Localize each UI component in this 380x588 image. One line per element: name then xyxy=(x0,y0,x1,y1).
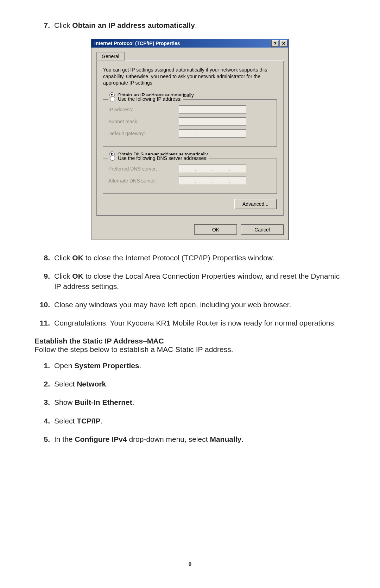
preferred-dns-input[interactable]: ... xyxy=(179,165,246,173)
ip-fields: IP address: ... Subnet mask: ... Default… xyxy=(108,105,272,138)
dialog-figure: Internet Protocol (TCP/IP) Properties ? … xyxy=(34,39,346,240)
step-body: Open System Properties. xyxy=(54,361,346,371)
step-text: . xyxy=(139,361,141,370)
step-body: Congratulations. Your Kyocera KR1 Mobile… xyxy=(54,318,346,328)
dns-fields: Preferred DNS server: ... Alternate DNS … xyxy=(108,165,272,185)
field-label: IP address: xyxy=(108,107,179,112)
step-text: Congratulations. Your Kyocera KR1 Mobile… xyxy=(54,319,336,327)
tab-general-panel: You can get IP settings assigned automat… xyxy=(96,61,284,216)
group-use-ip: Use the following IP address: IP address… xyxy=(103,99,277,147)
instructions-mac: 1. Open System Properties. 2. Select Net… xyxy=(34,361,346,445)
step-text: Click xyxy=(54,21,72,29)
step-bold: OK xyxy=(72,254,83,262)
help-button[interactable]: ? xyxy=(271,40,279,47)
group-use-dns: Use the following DNS server addresses: … xyxy=(103,159,277,194)
titlebar: Internet Protocol (TCP/IP) Properties ? … xyxy=(91,39,289,48)
step-text: Open xyxy=(54,361,74,370)
step-number: 11. xyxy=(34,318,54,328)
default-gateway-input[interactable]: ... xyxy=(179,129,246,138)
field-ip-address: IP address: ... xyxy=(108,105,272,114)
step-number: 3. xyxy=(34,397,54,407)
step-text: Click xyxy=(54,272,72,280)
radio-use-ip[interactable]: Use the following IP address: xyxy=(108,96,183,102)
mac-step-5: 5. In the Configure IPv4 drop-down menu,… xyxy=(34,434,346,444)
advanced-row: Advanced... xyxy=(103,199,277,209)
step-body: In the Configure IPv4 drop-down menu, se… xyxy=(54,434,346,444)
ip-address-input[interactable]: ... xyxy=(179,105,246,114)
mac-step-4: 4. Select TCP/IP. xyxy=(34,416,346,426)
step-10: 10. Close any windows you may have left … xyxy=(34,300,346,310)
radio-label: Use the following DNS server addresses: xyxy=(118,155,208,161)
step-text: Close any windows you may have left open… xyxy=(54,301,291,309)
step-9: 9. Click OK to close the Local Area Conn… xyxy=(34,271,346,291)
dialog-footer: OK Cancel xyxy=(91,221,289,240)
step-body: Show Built-In Ethernet. xyxy=(54,397,346,407)
field-preferred-dns: Preferred DNS server: ... xyxy=(108,165,272,173)
instructions-top: 7. Click Obtain an IP address automatica… xyxy=(34,20,346,30)
window-title: Internet Protocol (TCP/IP) Properties xyxy=(94,41,271,46)
radio-use-dns[interactable]: Use the following DNS server addresses: xyxy=(108,155,209,161)
step-text: Select xyxy=(54,380,77,388)
cancel-button[interactable]: Cancel xyxy=(241,224,284,235)
step-text: In the xyxy=(54,435,75,443)
step-body: Click Obtain an IP address automatically… xyxy=(54,20,346,30)
step-bold: Configure IPv4 xyxy=(75,435,127,443)
instructions-mid: 8. Click OK to close the Internet Protoc… xyxy=(34,253,346,328)
step-body: Select TCP/IP. xyxy=(54,416,346,426)
step-number: 4. xyxy=(34,416,54,426)
field-alternate-dns: Alternate DNS server: ... xyxy=(108,177,272,185)
step-bold: TCP/IP xyxy=(77,417,101,425)
step-text: . xyxy=(106,380,108,388)
step-11: 11. Congratulations. Your Kyocera KR1 Mo… xyxy=(34,318,346,328)
mac-section-heading: Establish the Static IP Address–MAC xyxy=(34,337,346,345)
step-number: 7. xyxy=(34,20,54,30)
step-text: Show xyxy=(54,398,75,406)
tcpip-properties-dialog: Internet Protocol (TCP/IP) Properties ? … xyxy=(91,39,289,240)
step-text: Click xyxy=(54,254,72,262)
step-8: 8. Click OK to close the Internet Protoc… xyxy=(34,253,346,263)
step-bold: Obtain an IP address automatically xyxy=(72,21,195,29)
step-body: Click OK to close the Local Area Connect… xyxy=(54,271,346,291)
step-text: . xyxy=(241,435,243,443)
close-button[interactable]: ✕ xyxy=(280,40,287,47)
field-subnet-mask: Subnet mask: ... xyxy=(108,117,272,126)
step-number: 8. xyxy=(34,253,54,263)
radio-icon xyxy=(110,155,115,161)
subnet-mask-input[interactable]: ... xyxy=(179,117,246,126)
alternate-dns-input[interactable]: ... xyxy=(179,177,246,185)
step-number: 9. xyxy=(34,271,54,291)
field-label: Default gateway: xyxy=(108,131,179,136)
mac-step-1: 1. Open System Properties. xyxy=(34,361,346,371)
step-bold: Built-In Ethernet xyxy=(75,398,132,406)
step-text: . xyxy=(195,21,197,29)
step-text: . xyxy=(101,417,103,425)
radio-label: Use the following IP address: xyxy=(118,96,182,102)
step-bold: Network xyxy=(77,380,106,388)
radio-icon xyxy=(110,96,115,101)
advanced-button[interactable]: Advanced... xyxy=(234,199,277,209)
step-number: 2. xyxy=(34,379,54,389)
step-7: 7. Click Obtain an IP address automatica… xyxy=(34,20,346,30)
step-number: 5. xyxy=(34,434,54,444)
mac-step-3: 3. Show Built-In Ethernet. xyxy=(34,397,346,407)
mac-step-2: 2. Select Network. xyxy=(34,379,346,389)
step-bold: System Properties xyxy=(74,361,139,370)
page-number: 9 xyxy=(0,561,380,567)
tabstrip: General xyxy=(96,51,284,61)
step-bold: Manually xyxy=(210,435,241,443)
field-label: Preferred DNS server: xyxy=(108,166,179,172)
step-bold: OK xyxy=(72,272,83,280)
ok-button[interactable]: OK xyxy=(194,224,237,235)
step-text: to close the Internet Protocol (TCP/IP) … xyxy=(83,254,274,262)
step-number: 10. xyxy=(34,300,54,310)
mac-section-subtitle: Follow the steps below to establish a MA… xyxy=(34,345,346,354)
tab-general[interactable]: General xyxy=(96,52,125,61)
help-icon: ? xyxy=(274,41,277,46)
field-label: Subnet mask: xyxy=(108,119,179,124)
step-text: drop-down menu, select xyxy=(127,435,210,443)
step-body: Select Network. xyxy=(54,379,346,389)
step-text: to close the Local Area Connection Prope… xyxy=(54,272,340,290)
close-icon: ✕ xyxy=(282,41,286,46)
dialog-body: General You can get IP settings assigned… xyxy=(91,48,289,221)
step-body: Click OK to close the Internet Protocol … xyxy=(54,253,346,263)
